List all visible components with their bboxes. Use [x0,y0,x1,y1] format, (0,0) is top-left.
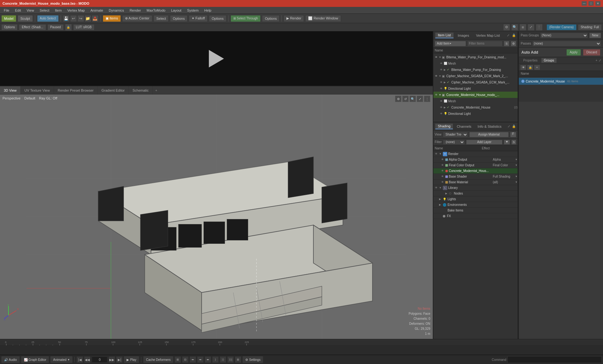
tab-schematic[interactable]: Schematic [129,86,153,94]
tab-item-list[interactable]: Item List [435,33,454,38]
options-sec-btn[interactable]: Options [1,24,18,30]
command-input[interactable] [508,356,602,363]
save-icon-btn[interactable]: 💾 [63,15,70,22]
search-icon-btn[interactable]: 🔍 [511,24,518,31]
tree-item-concrete-group[interactable]: 👁 ▼ ▣ Concrete_Modernist_House_modo_... [433,92,518,98]
render-play-btn[interactable] [207,49,226,68]
menu-render[interactable]: Render [127,8,144,13]
lock-icon-btn[interactable]: 🔒 [65,24,72,31]
s-key-btn[interactable]: S [511,140,516,145]
tree-item-dir-light-1[interactable]: 👁 💡 Directional Light [433,85,518,92]
audio-btn[interactable]: 🔊 Audio [1,356,20,363]
skip-end-btn[interactable]: ▶| [116,356,122,363]
tab-uv-texture-view[interactable]: UV Texture View [21,86,54,94]
timeline-icon-9[interactable]: ⊞ [235,356,241,363]
step-back-btn[interactable]: ◀◀ [84,356,90,363]
pass-groups-select[interactable]: (None) [540,33,588,38]
play-btn[interactable]: ▶ Play [124,356,139,363]
item-tree[interactable]: 👁 ▼ ▣ Bltema_Water_Pump_For_Draining_mod… [433,53,518,122]
model-btn[interactable]: Model [1,15,16,22]
sculpt-btn[interactable]: Sculpt [18,15,33,22]
select-through-btn[interactable]: ⊞ Select Through [231,15,261,22]
tab-vertex-map-list[interactable]: Vertex Map List [474,33,503,38]
options3-btn[interactable]: Options [262,15,280,22]
group-add-btn[interactable]: + [534,65,540,70]
select-btn[interactable]: Select [154,15,169,22]
auto-select-btn[interactable]: Auto Select [37,15,59,22]
options-btn[interactable]: Options [170,15,187,22]
step-fwd-btn[interactable]: ▶▶ [109,356,115,363]
base-material-dropdown[interactable]: ▼ [515,181,518,184]
shader-tree[interactable]: 👁 ▼ R Render 👁 Alpha Output Alpha ▼ 👁 [433,151,518,339]
timeline-icon-4[interactable]: ➡ [197,356,204,363]
import-icon-btn[interactable]: 📁 [84,15,91,22]
group-eye-btn[interactable]: 👁 [520,65,526,70]
menu-file[interactable]: File [1,8,12,13]
shader-alpha-output[interactable]: 👁 Alpha Output Alpha ▼ [433,157,518,163]
lut-btn[interactable]: LUT: sRGB [73,24,95,30]
frame-input[interactable]: 0 [92,356,107,363]
tree-item-concrete-house[interactable]: 👁 ▶ ✔ Concrete_Modernist_House (2) [433,104,518,110]
cache-deformers-btn[interactable]: Cache Deformers [143,356,173,363]
shader-base-shader[interactable]: 👁 Base Shader Full Shading ▼ [433,174,518,179]
final-color-dropdown[interactable]: ▼ [515,164,518,167]
maximize-btn[interactable]: □ [589,1,594,6]
shader-nodes[interactable]: · ▶ ⬡ Nodes [433,191,518,196]
action-center-btn[interactable]: ⊕ Action Center [122,15,152,22]
animated-btn[interactable]: Animated ▼ [50,356,73,363]
expand-icon-btn[interactable]: ⤢ [528,24,535,31]
menu-view[interactable]: View [24,8,37,13]
close-btn[interactable]: ✕ [595,1,600,6]
menu-maxtomodo[interactable]: MaxToModo [144,8,168,13]
menu-animate[interactable]: Animate [88,8,106,13]
effect-btn[interactable]: Effect: (Shadi... [19,24,46,30]
more-icon-btn[interactable]: ⋮ [536,24,543,31]
shader-render[interactable]: 👁 ▼ R Render [433,151,518,157]
assign-material-btn[interactable]: Assign Material [469,132,509,137]
falloff-btn[interactable]: ✦ Falloff [189,15,208,22]
render-window-btn[interactable]: ⬜ Render Window [305,15,341,22]
options2-btn[interactable]: Options [209,15,226,22]
shader-lights[interactable]: · ▶ 💡 Lights [433,196,518,202]
tab-channels[interactable]: Channels [454,124,474,129]
timeline-icon-3[interactable]: ⬅ [190,356,196,363]
tab-images[interactable]: Images [455,33,472,38]
new-btn[interactable]: New [589,33,601,38]
filter-options-icon[interactable]: ⚙ [511,41,516,46]
shader-concrete-material[interactable]: 👁 Concrete_Modernist_Hous... [433,168,518,174]
group-concrete-modernist[interactable]: Concrete_Modernist_House 61 Items [519,78,603,85]
filter-s-icon[interactable]: S [504,41,509,46]
export-icon-btn[interactable]: 📤 [92,15,99,22]
cog-icon-btn[interactable]: ⚙ [503,24,510,31]
timeline-icon-7[interactable]: ⟩⟩ [220,356,226,363]
groups-add-icon[interactable]: + [595,59,597,62]
menu-edit[interactable]: Edit [13,8,24,13]
redo-icon-btn[interactable]: ↪ [77,15,84,22]
base-shader-dropdown[interactable]: ▼ [515,175,518,178]
shader-base-material[interactable]: 👁 Base Material (all) ▼ [433,179,518,185]
fit-icon-btn[interactable]: ⊞ [519,24,526,31]
settings-btn[interactable]: ⚙ Settings [242,356,263,363]
tree-item-bltema-group[interactable]: 👁 ▼ ▣ Bltema_Water_Pump_For_Draining_mod… [433,54,518,60]
tab-shading[interactable]: Shading [435,124,453,129]
viewport-3d[interactable]: Perspective Default Ray GL: Off ⚙ ↺ 🔍 ⤢ … [0,94,433,339]
shading-expand-icon[interactable]: ⤢ [508,125,510,128]
add-layer-dropdown[interactable]: ▼ [504,140,510,145]
tree-item-bltema-pump[interactable]: 👁 ▶ ✔ Bltema_Water_Pump_For_Draining [433,67,518,73]
tab-info-statistics[interactable]: Info & Statistics [475,124,504,129]
add-layer-btn[interactable]: Add Layer [466,140,503,145]
menu-help[interactable]: Help [202,8,214,13]
shader-environments[interactable]: · ▶ 🌐 Environments [433,202,518,208]
paused-btn[interactable]: Paused [47,24,64,30]
menu-system[interactable]: System [185,8,201,13]
timeline-icon-1[interactable]: ⊞ [175,356,181,363]
shader-tree-select[interactable]: Shader Tree [443,132,468,137]
menu-layout[interactable]: Layout [169,8,184,13]
tree-item-mesh-2[interactable]: 👁 ⬜ Mesh [433,98,518,104]
filter-items-input[interactable]: Filter Items [467,41,503,46]
render-camera-btn[interactable]: (Render Camera) [546,24,577,30]
groups-expand-icon[interactable]: ⤢ [599,59,601,62]
group-lock-btn[interactable]: 🔒 [527,65,533,70]
tree-item-dir-light-2[interactable]: 👁 💡 Directional Light [433,110,518,117]
undo-icon-btn[interactable]: ↩ [70,15,77,22]
